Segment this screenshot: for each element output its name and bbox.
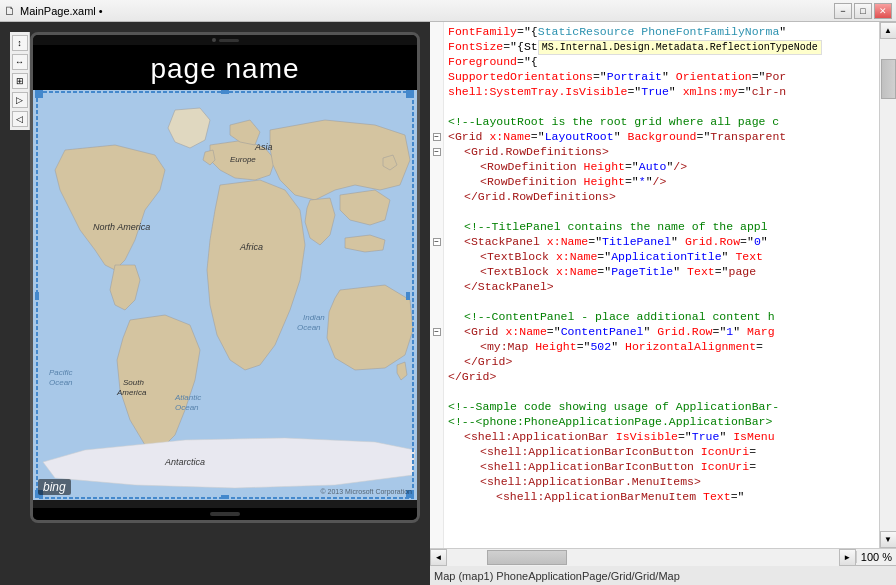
code-line-1: FontFamily="{StaticResource PhoneFontFam…: [448, 24, 875, 39]
collapse-13[interactable]: [430, 204, 443, 219]
code-line-32: <shell:ApplicationBarMenuItem Text=": [448, 489, 875, 504]
code-line-26: <!--Sample code showing usage of Applica…: [448, 399, 875, 414]
collapse-15[interactable]: −: [430, 234, 443, 249]
collapse-12[interactable]: [430, 189, 443, 204]
minimize-button[interactable]: −: [834, 3, 852, 19]
collapse-10[interactable]: [430, 159, 443, 174]
code-line-20: <!--ContentPanel - place additional cont…: [448, 309, 875, 324]
collapse-24[interactable]: [430, 369, 443, 384]
code-line-3: Foreground="{: [448, 54, 875, 69]
collapse-30[interactable]: [430, 459, 443, 474]
collapse-5[interactable]: [430, 84, 443, 99]
scroll-up-button[interactable]: ▲: [880, 22, 897, 39]
svg-text:Pacific: Pacific: [49, 368, 73, 377]
collapse-28[interactable]: [430, 429, 443, 444]
collapse-minus-8[interactable]: −: [433, 133, 441, 141]
collapse-minus-9[interactable]: −: [433, 148, 441, 156]
collapse-25[interactable]: [430, 384, 443, 399]
scroll-right-button[interactable]: ►: [839, 549, 856, 566]
collapse-minus-21[interactable]: −: [433, 328, 441, 336]
code-editor: − − − −: [430, 22, 896, 585]
collapse-14[interactable]: [430, 219, 443, 234]
h-scroll-thumb[interactable]: [487, 550, 567, 565]
collapse-23[interactable]: [430, 354, 443, 369]
collapse-11[interactable]: [430, 174, 443, 189]
code-line-19: [448, 294, 875, 309]
collapse-7[interactable]: [430, 114, 443, 129]
code-line-6: [448, 99, 875, 114]
collapse-18[interactable]: [430, 279, 443, 294]
phone-top: [33, 35, 417, 45]
tool-scroll-v[interactable]: ↕: [12, 35, 28, 51]
phone-frame: page name: [30, 32, 420, 523]
collapse-17[interactable]: [430, 264, 443, 279]
close-button[interactable]: ✕: [874, 3, 892, 19]
app-window: 🗋 MainPage.xaml • − □ ✕ ↕ ↔ ⊞ ▷ ◁: [0, 0, 896, 585]
h-scroll-track[interactable]: [447, 549, 839, 566]
scroll-thumb[interactable]: [881, 59, 896, 99]
collapse-22[interactable]: [430, 339, 443, 354]
code-content[interactable]: FontFamily="{StaticResource PhoneFontFam…: [444, 22, 879, 548]
collapse-20[interactable]: [430, 309, 443, 324]
svg-rect-17: [406, 90, 414, 98]
window-title: MainPage.xaml •: [20, 5, 103, 17]
collapse-2[interactable]: [430, 39, 443, 54]
collapse-19[interactable]: [430, 294, 443, 309]
code-line-17: <TextBlock x:Name="PageTitle" Text="page: [448, 264, 875, 279]
scroll-track[interactable]: [880, 39, 897, 531]
tool-scroll-h[interactable]: ↔: [12, 54, 28, 70]
svg-text:America: America: [116, 388, 147, 397]
collapse-1[interactable]: [430, 24, 443, 39]
code-line-21: <Grid x:Name="ContentPanel" Grid.Row="1"…: [448, 324, 875, 339]
code-line-29: <shell:ApplicationBarIconButton IconUri=: [448, 444, 875, 459]
collapse-21[interactable]: −: [430, 324, 443, 339]
map-container[interactable]: North America South America Europe Asia …: [33, 90, 417, 500]
collapse-8[interactable]: −: [430, 129, 443, 144]
code-line-11: <RowDefinition Height="*"/>: [448, 174, 875, 189]
collapse-9[interactable]: −: [430, 144, 443, 159]
code-line-31: <shell:ApplicationBar.MenuItems>: [448, 474, 875, 489]
code-line-30: <shell:ApplicationBarIconButton IconUri=: [448, 459, 875, 474]
phone-page-title: page name: [150, 53, 299, 84]
tool-zoom[interactable]: ⊞: [12, 73, 28, 89]
scroll-down-button[interactable]: ▼: [880, 531, 897, 548]
collapse-29[interactable]: [430, 444, 443, 459]
code-line-18: </StackPanel>: [448, 279, 875, 294]
code-line-12: </Grid.RowDefinitions>: [448, 189, 875, 204]
zoom-label: 100 %: [861, 551, 892, 563]
collapse-26[interactable]: [430, 399, 443, 414]
svg-rect-16: [221, 90, 229, 94]
collapse-6[interactable]: [430, 99, 443, 114]
code-line-24: </Grid>: [448, 369, 875, 384]
tool-prev[interactable]: ◁: [12, 111, 28, 127]
tool-next[interactable]: ▷: [12, 92, 28, 108]
vertical-scrollbar: ▲ ▼: [879, 22, 896, 548]
collapse-4[interactable]: [430, 69, 443, 84]
code-line-7: <!--LayoutRoot is the root grid where al…: [448, 114, 875, 129]
code-line-23: </Grid>: [448, 354, 875, 369]
svg-text:Atlantic: Atlantic: [174, 393, 201, 402]
collapse-31[interactable]: [430, 474, 443, 489]
collapse-16[interactable]: [430, 249, 443, 264]
collapse-32[interactable]: [430, 489, 443, 504]
code-line-25: [448, 384, 875, 399]
svg-text:Europe: Europe: [230, 155, 256, 164]
breadcrumb-text: Map (map1) PhoneApplicationPage/Grid/Gri…: [434, 570, 680, 582]
left-toolbar: ↕ ↔ ⊞ ▷ ◁: [10, 32, 30, 130]
phone-speaker: [212, 38, 216, 42]
svg-text:Africa: Africa: [239, 242, 263, 252]
editor-main: − − − −: [430, 22, 896, 548]
collapse-27[interactable]: [430, 414, 443, 429]
collapse-3[interactable]: [430, 54, 443, 69]
status-breadcrumb: Map (map1) PhoneApplicationPage/Grid/Gri…: [430, 565, 896, 585]
scroll-left-button[interactable]: ◄: [430, 549, 447, 566]
code-line-22: <my:Map Height="502" HorizontalAlignment…: [448, 339, 875, 354]
code-line-5: shell:SystemTray.IsVisible="True" xmlns:…: [448, 84, 875, 99]
collapse-minus-15[interactable]: −: [433, 238, 441, 246]
phone-home: [210, 512, 240, 516]
app-icon: 🗋: [4, 4, 16, 18]
restore-button[interactable]: □: [854, 3, 872, 19]
zoom-area: 100 %: [856, 551, 896, 563]
map-copyright: © 2013 Microsoft Corporation: [320, 488, 412, 495]
code-line-27: <!--<phone:PhoneApplicationPage.Applicat…: [448, 414, 875, 429]
